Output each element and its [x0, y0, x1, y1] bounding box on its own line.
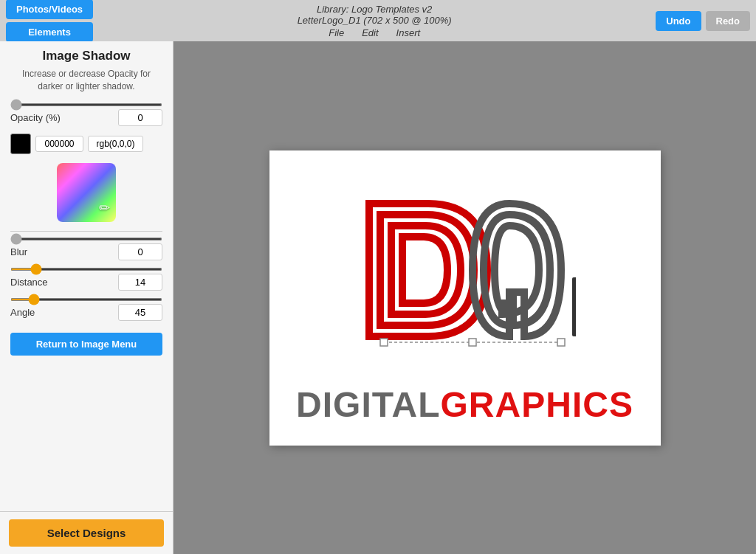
distance-label: Distance — [10, 277, 48, 288]
angle-input[interactable] — [118, 304, 162, 321]
dg-logo-svg — [354, 189, 576, 359]
logo-graphic — [310, 170, 620, 377]
dg-text-row: DIGITALGRAPHICS — [296, 384, 633, 425]
separator-1 — [10, 231, 162, 232]
graphics-text: GRAPHICS — [441, 385, 633, 424]
elements-button[interactable]: Elements — [6, 22, 93, 42]
undo-button[interactable]: Undo — [656, 11, 701, 31]
library-info: Library: Logo Templates v2 — [317, 4, 432, 15]
angle-slider-row: Angle — [10, 298, 162, 321]
opacity-slider[interactable] — [10, 103, 162, 106]
color-hex-input[interactable] — [35, 136, 83, 152]
toolbar-center: Library: Logo Templates v2 LetterLogo_D1… — [99, 4, 650, 38]
angle-label: Angle — [10, 307, 35, 318]
svg-rect-4 — [380, 339, 388, 346]
blur-label: Blur — [10, 246, 27, 257]
distance-slider-row: Distance — [10, 268, 162, 291]
blur-input[interactable] — [118, 243, 162, 260]
distance-input[interactable] — [118, 274, 162, 291]
redo-button[interactable]: Redo — [706, 11, 751, 31]
svg-rect-0 — [572, 277, 576, 336]
menu-edit[interactable]: Edit — [362, 27, 378, 38]
blur-slider[interactable] — [10, 238, 162, 240]
sidebar-content: Image Shadow Increase or decrease Opacit… — [0, 41, 173, 511]
svg-rect-6 — [557, 339, 565, 346]
main-layout: Image Shadow Increase or decrease Opacit… — [0, 41, 756, 554]
color-rgb-input[interactable] — [88, 136, 143, 152]
top-toolbar: Photos/Videos Elements Library: Logo Tem… — [0, 0, 756, 41]
color-swatch[interactable] — [10, 134, 31, 154]
sidebar-desc: Increase or decrease Opacity for darker … — [10, 68, 162, 93]
sidebar-footer: Select Designs — [0, 511, 173, 554]
menu-bar: File Edit Insert — [329, 27, 420, 38]
color-picker[interactable]: ✏ — [57, 163, 116, 222]
toolbar-right: Undo Redo — [656, 11, 750, 31]
file-info: LetterLogo_D1 (702 x 500 @ 100%) — [298, 15, 452, 26]
menu-insert[interactable]: Insert — [396, 27, 421, 38]
eyedropper-icon: ✏ — [99, 200, 110, 216]
canvas-area: DIGITALGRAPHICS — [173, 41, 756, 554]
digital-text: DIGITAL — [296, 385, 440, 424]
opacity-label: Opacity (%) — [10, 112, 61, 123]
menu-file[interactable]: File — [329, 27, 344, 38]
blur-slider-row: Blur — [10, 238, 162, 260]
sidebar-title: Image Shadow — [10, 49, 162, 63]
logo-canvas: DIGITALGRAPHICS — [269, 150, 661, 446]
opacity-slider-row: Opacity (%) — [10, 103, 162, 126]
photos-videos-button[interactable]: Photos/Videos — [6, 0, 93, 19]
angle-slider[interactable] — [10, 298, 162, 301]
distance-slider[interactable] — [10, 268, 162, 271]
opacity-input[interactable] — [118, 109, 162, 126]
sidebar: Image Shadow Increase or decrease Opacit… — [0, 41, 173, 554]
return-to-image-menu-button[interactable]: Return to Image Menu — [10, 333, 162, 356]
svg-rect-5 — [469, 339, 476, 346]
color-row — [10, 134, 162, 154]
select-designs-button[interactable]: Select Designs — [9, 519, 164, 547]
